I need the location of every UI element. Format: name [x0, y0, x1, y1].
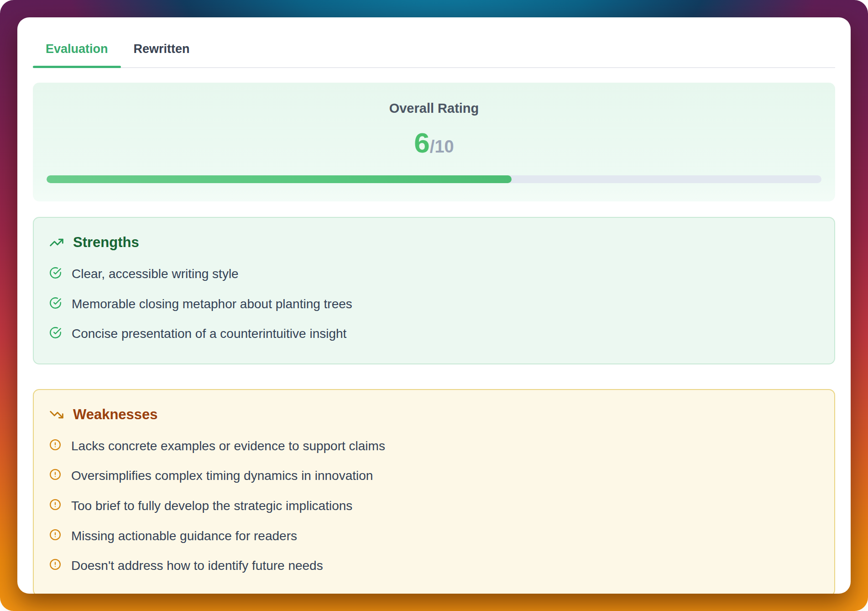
gradient-frame: Evaluation Rewritten Overall Rating 6 /1…	[0, 0, 868, 611]
weakness-text: Doesn't address how to identify future n…	[71, 558, 323, 574]
weakness-text: Lacks concrete examples or evidence to s…	[71, 438, 385, 454]
rating-score-value: 6	[414, 129, 429, 157]
check-circle-icon	[49, 327, 62, 339]
rating-progress-track	[47, 175, 821, 183]
alert-circle-icon	[49, 558, 61, 570]
list-item: Oversimplifies complex timing dynamics i…	[49, 468, 819, 484]
alert-circle-icon	[49, 499, 61, 511]
strength-text: Concise presentation of a counterintuiti…	[72, 326, 346, 342]
list-item: Too brief to fully develop the strategic…	[49, 498, 819, 514]
weakness-text: Missing actionable guidance for readers	[71, 528, 297, 544]
trending-down-icon	[49, 407, 64, 422]
strength-text: Clear, accessible writing style	[72, 266, 239, 282]
rating-score: 6 /10	[47, 129, 821, 157]
weakness-text: Too brief to fully develop the strategic…	[71, 498, 352, 514]
overall-rating-title: Overall Rating	[47, 101, 821, 116]
weaknesses-section: Weaknesses Lacks concrete examples or ev…	[33, 389, 835, 594]
list-item: Lacks concrete examples or evidence to s…	[49, 438, 819, 454]
list-item: Clear, accessible writing style	[49, 266, 819, 282]
tab-bar: Evaluation Rewritten	[33, 28, 835, 68]
overall-rating-card: Overall Rating 6 /10	[33, 83, 835, 201]
strengths-title: Strengths	[73, 234, 139, 251]
alert-circle-icon	[49, 529, 61, 541]
alert-circle-icon	[49, 469, 61, 480]
weakness-text: Oversimplifies complex timing dynamics i…	[71, 468, 373, 484]
check-circle-icon	[49, 297, 62, 309]
result-card: Evaluation Rewritten Overall Rating 6 /1…	[17, 17, 851, 594]
weaknesses-list: Lacks concrete examples or evidence to s…	[49, 438, 819, 574]
trending-up-icon	[49, 235, 64, 250]
tab-rewritten[interactable]: Rewritten	[121, 28, 203, 67]
list-item: Doesn't address how to identify future n…	[49, 558, 819, 574]
rating-score-max: /10	[430, 138, 454, 155]
rating-progress-fill	[47, 175, 512, 183]
list-item: Missing actionable guidance for readers	[49, 528, 819, 544]
tab-evaluation[interactable]: Evaluation	[33, 28, 121, 67]
strengths-section: Strengths Clear, accessible writing styl…	[33, 217, 835, 364]
list-item: Concise presentation of a counterintuiti…	[49, 326, 819, 342]
strengths-heading: Strengths	[49, 234, 819, 251]
alert-circle-icon	[49, 439, 61, 451]
list-item: Memorable closing metaphor about plantin…	[49, 296, 819, 312]
weaknesses-title: Weaknesses	[73, 406, 158, 423]
weaknesses-heading: Weaknesses	[49, 406, 819, 423]
strengths-list: Clear, accessible writing style Memorabl…	[49, 266, 819, 342]
strength-text: Memorable closing metaphor about plantin…	[72, 296, 352, 312]
check-circle-icon	[49, 267, 62, 279]
